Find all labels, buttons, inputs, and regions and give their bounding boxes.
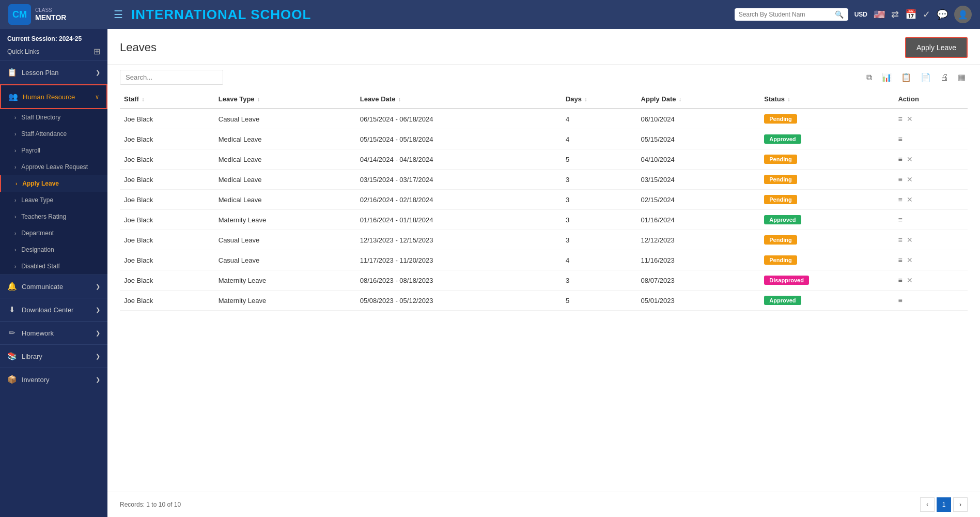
sidebar-item-homework[interactable]: ✏ Homework ❯: [0, 322, 107, 344]
global-search-input[interactable]: [739, 11, 832, 18]
designation-label: Designation: [21, 246, 54, 253]
cell-apply-date-8: 08/07/2023: [637, 270, 760, 291]
sidebar-section-download: ⬇ Download Center ❯: [0, 298, 107, 321]
menu-icon[interactable]: ≡: [898, 296, 902, 305]
cell-action-7: ≡ ✕: [894, 250, 968, 270]
pdf-icon[interactable]: 📄: [919, 70, 933, 84]
session-label: Current Session: 2024-25: [7, 35, 82, 42]
table-search-input[interactable]: [120, 70, 223, 85]
leave-type-label: Leave Type: [21, 196, 53, 204]
col-apply-date[interactable]: Apply Date ↕: [637, 90, 760, 109]
table-row: Joe Black Medical Leave 04/14/2024 - 04/…: [120, 149, 968, 170]
columns-icon[interactable]: ▦: [956, 70, 968, 84]
cancel-icon[interactable]: ✕: [907, 155, 913, 163]
menu-icon[interactable]: ≡: [898, 175, 902, 184]
inventory-chevron: ❯: [96, 376, 100, 383]
next-page-button[interactable]: ›: [953, 497, 968, 512]
sidebar-item-lesson-plan[interactable]: 📋 Lesson Plan ❯: [0, 61, 107, 84]
cell-action-6: ≡ ✕: [894, 230, 968, 250]
sidebar-human-resource-label: Human Resource: [23, 93, 75, 101]
sidebar-item-teachers-rating[interactable]: › Teachers Rating: [0, 208, 107, 225]
sidebar-item-inventory[interactable]: 📦 Inventory ❯: [0, 368, 107, 391]
status-badge: Pending: [764, 255, 797, 265]
cell-leave-date-8: 08/16/2023 - 08/18/2023: [356, 270, 562, 291]
sidebar-item-payroll[interactable]: › Payroll: [0, 142, 107, 159]
cancel-icon[interactable]: ✕: [907, 236, 913, 244]
cell-leave-type-1: Medical Leave: [214, 129, 356, 149]
cell-leave-date-0: 06/15/2024 - 06/18/2024: [356, 109, 562, 129]
menu-icon[interactable]: ≡: [898, 256, 902, 264]
table-row: Joe Black Medical Leave 02/16/2024 - 02/…: [120, 190, 968, 210]
main-content: Leaves Apply Leave ⧉ 📊 📋 📄 🖨 ▦ Staff ↕: [107, 29, 980, 517]
cell-leave-type-3: Medical Leave: [214, 170, 356, 190]
col-status[interactable]: Status ↕: [760, 90, 894, 109]
approve-leave-request-label: Approve Leave Request: [21, 163, 88, 171]
sidebar-item-communicate[interactable]: 🔔 Communicate ❯: [0, 275, 107, 298]
table-row: Joe Black Casual Leave 12/13/2023 - 12/1…: [120, 230, 968, 250]
sidebar-item-human-resource[interactable]: 👥 Human Resource ∨: [0, 84, 107, 109]
table-search[interactable]: [120, 70, 223, 85]
status-badge: Pending: [764, 235, 797, 245]
page-title: Leaves: [120, 41, 157, 54]
checkmark-icon[interactable]: ✓: [923, 9, 930, 20]
copy-icon[interactable]: ⧉: [864, 71, 874, 84]
sidebar-item-department[interactable]: › Department: [0, 225, 107, 241]
status-badge: Approved: [764, 296, 801, 305]
hamburger-button[interactable]: ☰: [114, 8, 123, 21]
arrow-icon: ›: [14, 231, 16, 236]
cell-leave-type-8: Maternity Leave: [214, 270, 356, 291]
cancel-icon[interactable]: ✕: [907, 276, 913, 284]
cell-status-5: Approved: [760, 210, 894, 230]
grid-icon[interactable]: ⊞: [94, 47, 100, 56]
sidebar-section-inventory: 📦 Inventory ❯: [0, 368, 107, 391]
menu-icon[interactable]: ≡: [898, 195, 902, 204]
col-staff[interactable]: Staff ↕: [120, 90, 214, 109]
sidebar-item-designation[interactable]: › Designation: [0, 241, 107, 258]
export-csv-icon[interactable]: 📊: [879, 70, 894, 84]
menu-icon[interactable]: ≡: [898, 115, 902, 123]
action-icons: ≡ ✕: [898, 195, 963, 204]
global-search-box[interactable]: 🔍: [735, 8, 848, 21]
download-chevron: ❯: [96, 307, 100, 313]
sidebar: Current Session: 2024-25 Quick Links ⊞ 📋…: [0, 29, 107, 517]
calendar-icon[interactable]: 📅: [905, 9, 916, 20]
sidebar-item-leave-type[interactable]: › Leave Type: [0, 192, 107, 208]
quick-links[interactable]: Quick Links ⊞: [0, 44, 107, 60]
cell-staff-8: Joe Black: [120, 270, 214, 291]
currency-badge: USD: [854, 11, 867, 18]
sidebar-item-download-center[interactable]: ⬇ Download Center ❯: [0, 298, 107, 321]
quick-links-label: Quick Links: [7, 48, 39, 55]
sidebar-item-staff-attendance[interactable]: › Staff Attendance: [0, 126, 107, 142]
menu-icon[interactable]: ≡: [898, 135, 902, 143]
menu-icon[interactable]: ≡: [898, 155, 902, 163]
cancel-icon[interactable]: ✕: [907, 175, 913, 184]
col-leave-date[interactable]: Leave Date ↕: [356, 90, 562, 109]
print-icon[interactable]: 🖨: [938, 71, 951, 84]
user-avatar[interactable]: 👤: [954, 6, 972, 23]
cell-action-4: ≡ ✕: [894, 190, 968, 210]
page-1-button[interactable]: 1: [937, 497, 951, 512]
col-days[interactable]: Days ↕: [562, 90, 637, 109]
whatsapp-icon[interactable]: 💬: [937, 9, 948, 20]
cell-apply-date-2: 04/10/2024: [637, 149, 760, 170]
arrow-icon: ›: [14, 148, 16, 154]
transfer-icon[interactable]: ⇄: [891, 9, 899, 20]
col-leave-type[interactable]: Leave Type ↕: [214, 90, 356, 109]
sidebar-item-disabled-staff[interactable]: › Disabled Staff: [0, 258, 107, 275]
action-icons: ≡ ✕: [898, 276, 963, 284]
cancel-icon[interactable]: ✕: [907, 115, 913, 123]
cell-days-4: 3: [562, 190, 637, 210]
cancel-icon[interactable]: ✕: [907, 256, 913, 264]
sidebar-item-approve-leave-request[interactable]: › Approve Leave Request: [0, 159, 107, 175]
sidebar-item-staff-directory[interactable]: › Staff Directory: [0, 109, 107, 126]
apply-leave-button[interactable]: Apply Leave: [905, 37, 968, 58]
export-xls-icon[interactable]: 📋: [899, 70, 913, 84]
sidebar-item-apply-leave[interactable]: › Apply Leave: [0, 175, 107, 192]
menu-icon[interactable]: ≡: [898, 276, 902, 284]
prev-page-button[interactable]: ‹: [920, 497, 935, 512]
menu-icon[interactable]: ≡: [898, 236, 902, 244]
cell-leave-date-7: 11/17/2023 - 11/20/2023: [356, 250, 562, 270]
menu-icon[interactable]: ≡: [898, 216, 902, 224]
sidebar-item-library[interactable]: 📚 Library ❯: [0, 345, 107, 368]
cancel-icon[interactable]: ✕: [907, 195, 913, 204]
